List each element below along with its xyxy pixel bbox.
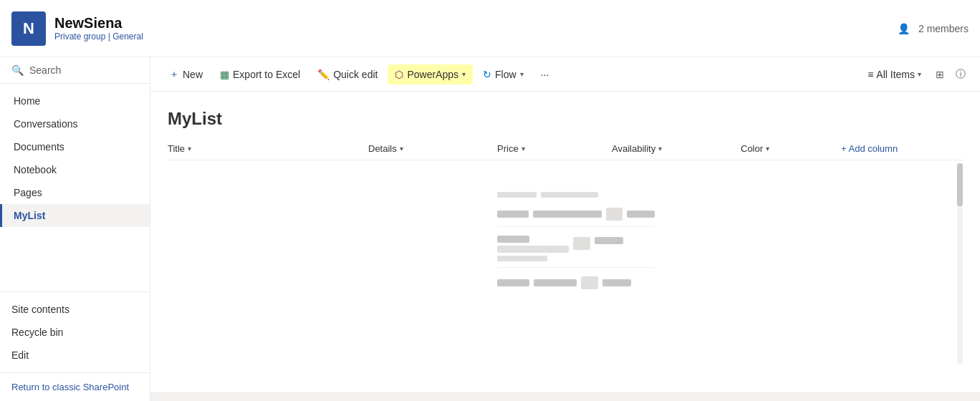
quick-edit-button[interactable]: ✏️ Quick edit xyxy=(310,64,385,84)
add-column-button[interactable]: + Add column xyxy=(841,143,898,154)
powerapps-button[interactable]: ⬡ PowerApps ▾ xyxy=(388,64,473,84)
return-to-classic-link[interactable]: Return to classic SharePoint xyxy=(0,372,150,401)
column-details[interactable]: Details ▾ xyxy=(368,143,497,154)
all-items-chevron-icon: ▾ xyxy=(918,70,921,78)
column-availability[interactable]: Availability ▾ xyxy=(612,143,741,154)
sidebar-nav: Home Conversations Documents Notebook Pa… xyxy=(0,84,150,291)
flow-button[interactable]: ↻ Flow ▾ xyxy=(476,64,531,84)
scrollbar-track[interactable] xyxy=(957,163,963,364)
quickedit-label: Quick edit xyxy=(333,69,378,80)
excel-icon: ▦ xyxy=(220,69,229,80)
sidebar-item-documents[interactable]: Documents xyxy=(0,135,150,158)
sidebar-search[interactable]: 🔍 Search xyxy=(0,57,150,84)
col-availability-label: Availability xyxy=(612,143,655,154)
column-title[interactable]: Title ▾ xyxy=(168,143,368,154)
col-title-chevron: ▾ xyxy=(188,145,191,153)
col-details-label: Details xyxy=(368,143,397,154)
flow-chevron-icon: ▾ xyxy=(520,70,524,78)
sidebar: 🔍 Search Home Conversations Documents No… xyxy=(0,57,150,401)
sidebar-item-label: Documents xyxy=(14,141,64,153)
members-icon: 👤 xyxy=(898,23,910,34)
site-name: NewSiena xyxy=(54,15,143,32)
column-price[interactable]: Price ▾ xyxy=(497,143,612,154)
sidebar-item-label: Recycle bin xyxy=(11,327,63,338)
sidebar-item-label: Site contents xyxy=(11,304,69,315)
sidebar-item-label: Conversations xyxy=(14,118,78,130)
header-members[interactable]: 👤 2 members xyxy=(898,23,969,34)
sidebar-item-recycle-bin[interactable]: Recycle bin xyxy=(0,321,150,344)
flow-icon: ↻ xyxy=(483,69,491,80)
empty-state xyxy=(168,163,963,364)
all-items-lines-icon: ≡ xyxy=(868,69,873,80)
list-title: MyList xyxy=(168,109,963,129)
plus-icon: ＋ xyxy=(169,68,179,81)
sidebar-item-mylist[interactable]: MyList xyxy=(0,204,150,227)
col-color-label: Color xyxy=(741,143,763,154)
powerapps-icon: ⬡ xyxy=(395,69,403,80)
sidebar-item-label: Pages xyxy=(14,187,42,198)
sidebar-item-notebook[interactable]: Notebook xyxy=(0,158,150,181)
header: N NewSiena Private group | General 👤 2 m… xyxy=(0,0,980,57)
sidebar-item-label: Notebook xyxy=(14,164,57,175)
new-button[interactable]: ＋ New xyxy=(162,64,210,85)
col-price-label: Price xyxy=(497,143,519,154)
flow-label: Flow xyxy=(495,69,517,80)
sidebar-item-label: Home xyxy=(14,95,40,107)
site-subtitle: Private group | General xyxy=(54,32,143,42)
sidebar-item-site-contents[interactable]: Site contents xyxy=(0,298,150,321)
export-to-excel-button[interactable]: ▦ Export to Excel xyxy=(213,64,307,84)
toolbar-right: ≡ All Items ▾ ⊞ ⓘ xyxy=(862,65,969,84)
main-layout: 🔍 Search Home Conversations Documents No… xyxy=(0,57,980,401)
sidebar-item-conversations[interactable]: Conversations xyxy=(0,112,150,135)
all-items-label: All Items xyxy=(876,69,915,80)
powerapps-label: PowerApps xyxy=(407,69,458,80)
toolbar: ＋ New ▦ Export to Excel ✏️ Quick edit ⬡ … xyxy=(150,57,980,92)
search-label: Search xyxy=(29,64,61,76)
add-column-label: + Add column xyxy=(841,143,898,154)
sidebar-item-label: MyList xyxy=(14,210,45,221)
info-icon[interactable]: ⓘ xyxy=(953,65,969,84)
export-label: Export to Excel xyxy=(233,69,300,80)
all-items-button[interactable]: ≡ All Items ▾ xyxy=(862,66,927,83)
more-label: ··· xyxy=(541,69,549,80)
col-title-label: Title xyxy=(168,143,185,154)
edit-icon: ✏️ xyxy=(317,69,330,80)
horizontal-scrollbar[interactable] xyxy=(150,392,980,401)
list-content: MyList Title ▾ Details ▾ Price ▾ Availab… xyxy=(150,92,980,392)
col-price-chevron: ▾ xyxy=(522,145,525,153)
members-label: 2 members xyxy=(918,23,969,34)
content-area: ＋ New ▦ Export to Excel ✏️ Quick edit ⬡ … xyxy=(150,57,980,401)
search-icon: 🔍 xyxy=(11,64,24,76)
col-details-chevron: ▾ xyxy=(400,145,403,153)
sidebar-item-label: Edit xyxy=(11,349,29,361)
table-header: Title ▾ Details ▾ Price ▾ Availability ▾… xyxy=(168,143,963,160)
sidebar-item-edit[interactable]: Edit xyxy=(0,344,150,367)
col-availability-chevron: ▾ xyxy=(658,145,662,153)
site-logo: N xyxy=(11,11,46,46)
skeleton-illustration xyxy=(497,192,655,295)
column-color[interactable]: Color ▾ xyxy=(741,143,841,154)
sidebar-bottom: Site contents Recycle bin Edit xyxy=(0,291,150,372)
sidebar-item-pages[interactable]: Pages xyxy=(0,181,150,204)
scrollbar-thumb[interactable] xyxy=(957,163,963,206)
more-button[interactable]: ··· xyxy=(534,64,557,84)
sidebar-item-home[interactable]: Home xyxy=(0,90,150,112)
filter-icon[interactable]: ⊞ xyxy=(933,66,947,83)
col-color-chevron: ▾ xyxy=(766,145,769,153)
powerapps-chevron-icon: ▾ xyxy=(462,70,466,78)
new-label: New xyxy=(183,69,203,80)
site-title-group: NewSiena Private group | General xyxy=(54,15,143,42)
